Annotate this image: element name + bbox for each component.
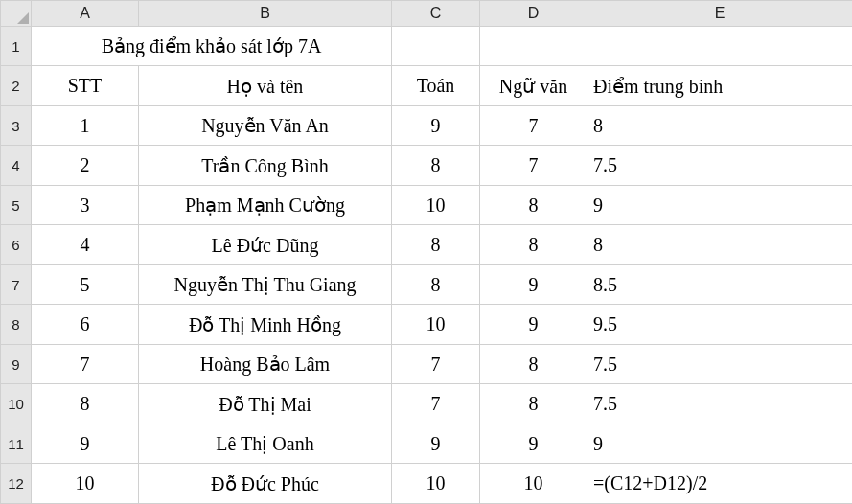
cell-C8[interactable]: 10 bbox=[392, 305, 480, 345]
cell-D6[interactable]: 8 bbox=[480, 225, 587, 265]
cell-B5[interactable]: Phạm Mạnh Cường bbox=[139, 185, 392, 225]
cell-A5[interactable]: 3 bbox=[32, 185, 139, 225]
cell-D4[interactable]: 7 bbox=[480, 146, 587, 186]
spreadsheet-grid[interactable]: A B C D E 1 Bảng điểm khảo sát lớp 7A 2 … bbox=[0, 0, 852, 504]
cell-E4[interactable]: 7.5 bbox=[587, 146, 853, 186]
cell-C3[interactable]: 9 bbox=[392, 105, 480, 146]
row-header-4[interactable]: 4 bbox=[1, 146, 32, 186]
cell-D1[interactable] bbox=[480, 26, 587, 66]
cell-C12[interactable]: 10 bbox=[392, 464, 480, 504]
cell-C6[interactable]: 8 bbox=[392, 225, 480, 265]
cell-E3[interactable]: 8 bbox=[587, 105, 853, 146]
cell-D5[interactable]: 8 bbox=[480, 185, 587, 225]
cell-E5[interactable]: 9 bbox=[587, 185, 853, 225]
cell-B3[interactable]: Nguyễn Văn An bbox=[139, 105, 392, 146]
cell-B9[interactable]: Hoàng Bảo Lâm bbox=[139, 344, 392, 384]
cell-D8[interactable]: 9 bbox=[480, 305, 587, 345]
cell-A3[interactable]: 1 bbox=[32, 105, 139, 146]
cell-C4[interactable]: 8 bbox=[392, 146, 480, 186]
row-header-9[interactable]: 9 bbox=[1, 344, 32, 384]
cell-A11[interactable]: 9 bbox=[32, 424, 139, 464]
col-header-D[interactable]: D bbox=[480, 1, 587, 27]
row-header-3[interactable]: 3 bbox=[1, 105, 32, 146]
cell-D11[interactable]: 9 bbox=[480, 424, 587, 464]
col-header-C[interactable]: C bbox=[392, 1, 480, 27]
cell-D7[interactable]: 9 bbox=[480, 264, 587, 305]
cell-B7[interactable]: Nguyễn Thị Thu Giang bbox=[139, 264, 392, 305]
cell-B6[interactable]: Lê Đức Dũng bbox=[139, 225, 392, 265]
row-header-7[interactable]: 7 bbox=[1, 264, 32, 305]
cell-E8[interactable]: 9.5 bbox=[587, 305, 853, 345]
cell-A7[interactable]: 5 bbox=[32, 264, 139, 305]
col-header-B[interactable]: B bbox=[139, 1, 392, 27]
cell-B8[interactable]: Đỗ Thị Minh Hồng bbox=[139, 305, 392, 345]
cell-E12[interactable]: =(C12+D12)/2 bbox=[587, 464, 853, 504]
col-header-A[interactable]: A bbox=[32, 1, 139, 27]
cell-title[interactable]: Bảng điểm khảo sát lớp 7A bbox=[32, 26, 392, 66]
cell-C11[interactable]: 9 bbox=[392, 424, 480, 464]
cell-B12[interactable]: Đỗ Đức Phúc bbox=[139, 464, 392, 504]
row-header-5[interactable]: 5 bbox=[1, 185, 32, 225]
cell-B4[interactable]: Trần Công Bình bbox=[139, 146, 392, 186]
row-header-2[interactable]: 2 bbox=[1, 66, 32, 106]
cell-D9[interactable]: 8 bbox=[480, 344, 587, 384]
row-header-11[interactable]: 11 bbox=[1, 424, 32, 464]
row-header-8[interactable]: 8 bbox=[1, 305, 32, 345]
row-header-12[interactable]: 12 bbox=[1, 464, 32, 504]
col-header-E[interactable]: E bbox=[587, 1, 853, 27]
cell-A8[interactable]: 6 bbox=[32, 305, 139, 345]
select-all-corner[interactable] bbox=[1, 1, 32, 27]
cell-C1[interactable] bbox=[392, 26, 480, 66]
cell-E7[interactable]: 8.5 bbox=[587, 264, 853, 305]
cell-D10[interactable]: 8 bbox=[480, 384, 587, 424]
cell-C7[interactable]: 8 bbox=[392, 264, 480, 305]
cell-D3[interactable]: 7 bbox=[480, 105, 587, 146]
cell-C9[interactable]: 7 bbox=[392, 344, 480, 384]
cell-header-stt[interactable]: STT bbox=[32, 66, 139, 106]
cell-header-name[interactable]: Họ và tên bbox=[139, 66, 392, 106]
cell-A9[interactable]: 7 bbox=[32, 344, 139, 384]
cell-D12[interactable]: 10 bbox=[480, 464, 587, 504]
cell-E10[interactable]: 7.5 bbox=[587, 384, 853, 424]
cell-E6[interactable]: 8 bbox=[587, 225, 853, 265]
row-header-1[interactable]: 1 bbox=[1, 26, 32, 66]
cell-header-lit[interactable]: Ngữ văn bbox=[480, 66, 587, 106]
cell-C5[interactable]: 10 bbox=[392, 185, 480, 225]
cell-A4[interactable]: 2 bbox=[32, 146, 139, 186]
cell-header-math[interactable]: Toán bbox=[392, 66, 480, 106]
row-header-6[interactable]: 6 bbox=[1, 225, 32, 265]
cell-A6[interactable]: 4 bbox=[32, 225, 139, 265]
cell-B11[interactable]: Lê Thị Oanh bbox=[139, 424, 392, 464]
cell-header-avg[interactable]: Điểm trung bình bbox=[587, 66, 853, 106]
cell-B10[interactable]: Đỗ Thị Mai bbox=[139, 384, 392, 424]
row-header-10[interactable]: 10 bbox=[1, 384, 32, 424]
cell-E1[interactable] bbox=[587, 26, 853, 66]
cell-A12[interactable]: 10 bbox=[32, 464, 139, 504]
cell-E9[interactable]: 7.5 bbox=[587, 344, 853, 384]
cell-A10[interactable]: 8 bbox=[32, 384, 139, 424]
cell-E11[interactable]: 9 bbox=[587, 424, 853, 464]
cell-C10[interactable]: 7 bbox=[392, 384, 480, 424]
